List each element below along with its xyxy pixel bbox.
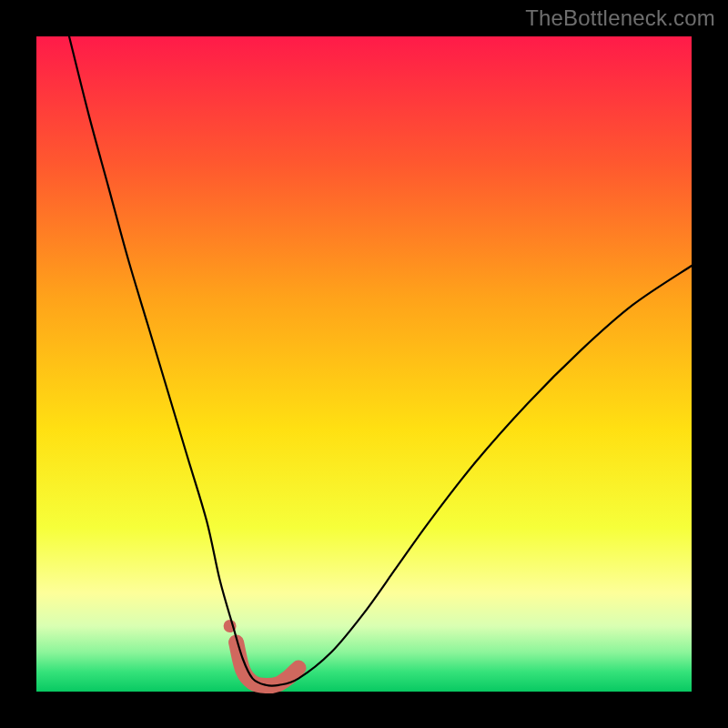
watermark-text: TheBottleneck.com [525, 5, 715, 31]
chart-frame: TheBottleneck.com [0, 0, 728, 728]
bottleneck-curve [69, 36, 692, 686]
chart-svg [36, 36, 692, 692]
